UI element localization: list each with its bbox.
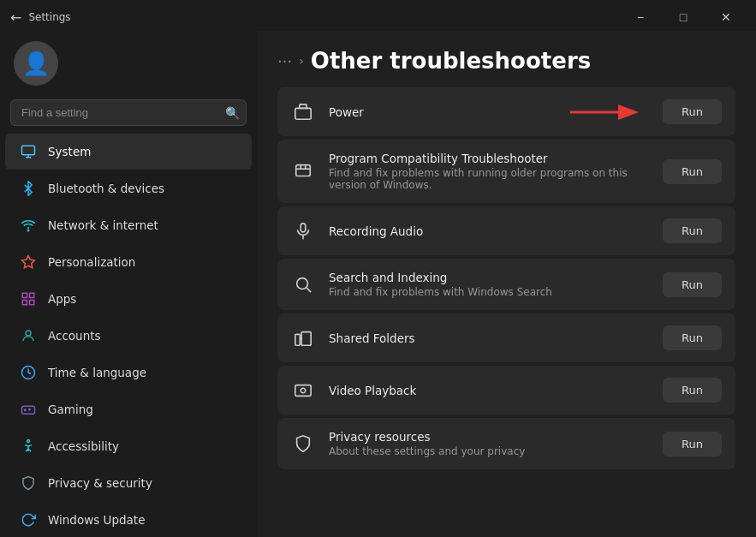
svg-rect-0: [22, 146, 35, 155]
avatar-icon: 👤: [22, 51, 50, 76]
ts-icon-video-playback: [291, 379, 315, 403]
sidebar-item-accounts[interactable]: Accounts: [5, 318, 252, 354]
ts-info: Power: [329, 105, 557, 119]
svg-rect-5: [30, 301, 34, 305]
sidebar-item-system[interactable]: System: [5, 134, 252, 170]
sidebar-item-label: Privacy & security: [48, 476, 152, 490]
ts-info: Recording Audio: [329, 224, 649, 238]
ts-item-recording-audio: Recording Audio Run: [277, 206, 735, 255]
sidebar-item-privacy[interactable]: Privacy & security: [5, 465, 252, 501]
svg-rect-22: [295, 334, 301, 345]
sidebar-item-label: Windows Update: [48, 513, 145, 527]
ts-desc: Find and fix problems with Windows Searc…: [329, 286, 649, 298]
accessibility-icon: [19, 437, 38, 456]
svg-point-6: [26, 331, 31, 336]
sidebar-item-label: Network & internet: [48, 218, 158, 232]
ts-name: Power: [329, 105, 557, 119]
ts-name: Privacy resources: [329, 430, 649, 444]
sidebar-item-accessibility[interactable]: Accessibility: [5, 428, 252, 464]
search-box: 🔍: [10, 99, 247, 126]
maximize-button[interactable]: □: [664, 5, 703, 29]
sidebar-item-time[interactable]: Time & language: [5, 355, 252, 391]
svg-rect-3: [30, 293, 34, 297]
sidebar-item-network[interactable]: Network & internet: [5, 207, 252, 243]
svg-point-9: [25, 409, 27, 411]
ts-name: Program Compatibility Troubleshooter: [329, 152, 649, 165]
system-icon: [19, 142, 38, 161]
title-bar-left: ← Settings: [10, 9, 71, 26]
sidebar-profile: 👤: [0, 31, 257, 96]
run-button-search-indexing[interactable]: Run: [663, 272, 722, 297]
update-icon: [19, 510, 38, 529]
title-bar: ← Settings − □ ✕: [0, 0, 756, 31]
sidebar-item-label: Time & language: [48, 366, 146, 379]
breadcrumb-chevron: ›: [299, 54, 304, 68]
sidebar: 👤 🔍 System Bluetooth & devices Network &…: [0, 31, 257, 537]
ts-desc: About these settings and your privacy: [329, 445, 649, 457]
sidebar-item-gaming[interactable]: Gaming: [5, 391, 252, 427]
ts-info: Shared Folders: [329, 331, 649, 345]
ts-run-container: Run: [663, 218, 722, 243]
svg-rect-25: [295, 385, 311, 396]
accounts-icon: [19, 326, 38, 345]
ts-item-power: Power Run: [277, 87, 735, 136]
run-button-program-compat[interactable]: Run: [663, 159, 722, 184]
ts-info: Program Compatibility Troubleshooter Fin…: [329, 152, 649, 191]
apps-icon: [19, 289, 38, 308]
window-controls: − □ ✕: [621, 5, 746, 29]
ts-run-container: Run: [663, 272, 722, 297]
svg-rect-11: [295, 108, 311, 119]
breadcrumb-dots[interactable]: ···: [277, 52, 292, 70]
run-button-recording-audio[interactable]: Run: [663, 218, 722, 243]
ts-icon-privacy-resources: [291, 432, 315, 456]
ts-icon-power: [291, 100, 315, 124]
ts-run-container: Run: [663, 325, 722, 350]
main-layout: 👤 🔍 System Bluetooth & devices Network &…: [0, 31, 756, 537]
sidebar-item-bluetooth[interactable]: Bluetooth & devices: [5, 170, 252, 206]
gaming-icon: [19, 400, 38, 419]
search-input[interactable]: [10, 99, 247, 126]
svg-line-21: [307, 288, 311, 292]
sidebar-item-label: Accounts: [48, 329, 101, 343]
svg-point-1: [27, 230, 29, 231]
sidebar-item-label: Gaming: [48, 403, 93, 416]
ts-item-search-indexing: Search and Indexing Find and fix problem…: [277, 259, 735, 310]
search-button[interactable]: 🔍: [225, 106, 240, 120]
nav-list: System Bluetooth & devices Network & int…: [0, 133, 257, 537]
sidebar-item-update[interactable]: Windows Update: [5, 502, 252, 537]
troubleshooter-list: Power Run Program Compatibility Troubles…: [277, 87, 735, 469]
sidebar-item-label: Apps: [48, 292, 76, 306]
app-title: Settings: [28, 11, 70, 23]
ts-info: Privacy resources About these settings a…: [329, 430, 649, 457]
sidebar-item-label: Accessibility: [48, 439, 119, 453]
page-title: Other troubleshooters: [311, 48, 591, 74]
ts-name: Video Playback: [329, 384, 649, 397]
network-icon: [19, 216, 38, 235]
ts-info: Search and Indexing Find and fix problem…: [329, 271, 649, 298]
svg-rect-2: [22, 293, 27, 297]
ts-icon-recording-audio: [291, 219, 315, 243]
svg-point-20: [297, 278, 308, 289]
ts-run-container: Run: [663, 378, 722, 403]
bluetooth-icon: [19, 179, 38, 198]
ts-item-video-playback: Video Playback Run: [277, 366, 735, 415]
ts-info: Video Playback: [329, 384, 649, 397]
sidebar-item-label: System: [48, 145, 91, 158]
sidebar-item-apps[interactable]: Apps: [5, 281, 252, 317]
run-button-privacy-resources[interactable]: Run: [663, 432, 722, 456]
ts-icon-shared-folders: [291, 326, 315, 350]
run-button-video-playback[interactable]: Run: [663, 378, 722, 403]
back-icon[interactable]: ←: [10, 9, 21, 26]
highlight-arrow: [570, 100, 639, 124]
ts-item-program-compat: Program Compatibility Troubleshooter Fin…: [277, 140, 735, 203]
sidebar-item-personalization[interactable]: Personalization: [5, 244, 252, 280]
content-area: ··· › Other troubleshooters Power Run: [257, 31, 756, 537]
svg-point-10: [27, 440, 30, 443]
run-button-shared-folders[interactable]: Run: [663, 325, 722, 350]
ts-item-shared-folders: Shared Folders Run: [277, 313, 735, 362]
personalization-icon: [19, 253, 38, 271]
minimize-button[interactable]: −: [621, 5, 660, 29]
run-button-power[interactable]: Run: [663, 99, 722, 124]
time-icon: [19, 363, 38, 382]
close-button[interactable]: ✕: [706, 5, 746, 29]
